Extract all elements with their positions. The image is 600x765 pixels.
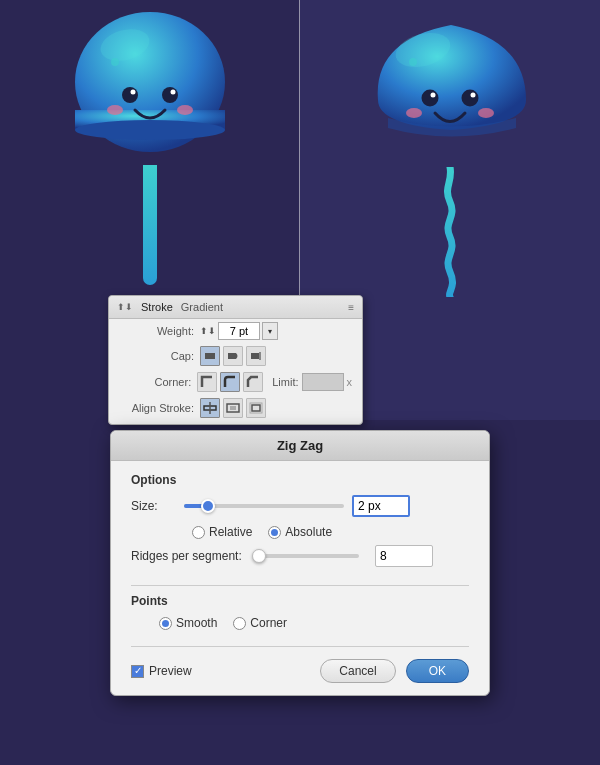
- relative-absolute-row: Relative Absolute: [184, 525, 469, 539]
- align-center-btn[interactable]: [200, 398, 220, 418]
- corner-label: Corner:: [119, 376, 191, 388]
- svg-point-18: [409, 58, 417, 66]
- corner-label: Corner: [250, 616, 287, 630]
- svg-rect-22: [259, 352, 261, 360]
- svg-point-16: [406, 108, 422, 118]
- checkbox-check-icon: ✓: [134, 666, 142, 676]
- smooth-radio-item[interactable]: Smooth: [159, 616, 217, 630]
- align-outside-btn[interactable]: [246, 398, 266, 418]
- svg-point-17: [478, 108, 494, 118]
- ridges-label: Ridges per segment:: [131, 549, 251, 563]
- cancel-button[interactable]: Cancel: [320, 659, 395, 683]
- svg-rect-19: [205, 353, 215, 359]
- svg-point-2: [75, 120, 225, 140]
- svg-point-7: [170, 90, 175, 95]
- align-label: Align Stroke:: [119, 402, 194, 414]
- size-row: Size:: [131, 495, 469, 517]
- svg-point-9: [177, 105, 193, 115]
- relative-radio[interactable]: [192, 526, 205, 539]
- preview-checkbox-item: ✓ Preview: [131, 664, 192, 678]
- absolute-radio[interactable]: [268, 526, 281, 539]
- svg-rect-26: [230, 406, 236, 410]
- relative-label: Relative: [209, 525, 252, 539]
- svg-point-4: [122, 87, 138, 103]
- cap-projecting-btn[interactable]: [246, 346, 266, 366]
- ridges-input[interactable]: [375, 545, 433, 567]
- svg-point-12: [421, 90, 438, 107]
- corner-round-btn[interactable]: [220, 372, 240, 392]
- svg-point-15: [470, 93, 475, 98]
- corner-radio-item[interactable]: Corner: [233, 616, 287, 630]
- svg-rect-20: [228, 353, 236, 359]
- limit-label: Limit:: [272, 376, 298, 388]
- points-radio-row: Smooth Corner: [151, 616, 469, 630]
- tentacle-left: [143, 165, 157, 285]
- weight-input-group: ⬆⬇ ▾: [200, 322, 278, 340]
- limit-x: x: [347, 376, 353, 388]
- points-section: Points Smooth Corner: [111, 586, 489, 642]
- ridges-row: Ridges per segment:: [131, 545, 469, 567]
- dialog-title: Zig Zag: [111, 431, 489, 461]
- dialog-footer: ✓ Preview Cancel OK: [111, 651, 489, 695]
- corner-radio[interactable]: [233, 617, 246, 630]
- stroke-panel: ⬆⬇ Stroke Gradient ≡ Weight: ⬆⬇ ▾ Cap:: [108, 295, 363, 425]
- options-section-label: Options: [131, 473, 469, 487]
- radio-group: Relative Absolute: [192, 525, 332, 539]
- zigzag-dialog: Zig Zag Options Size: Relative Absolute: [110, 430, 490, 696]
- svg-point-14: [430, 93, 435, 98]
- align-buttons: [200, 398, 266, 418]
- corner-bevel-btn[interactable]: [243, 372, 263, 392]
- svg-point-5: [162, 87, 178, 103]
- ok-button[interactable]: OK: [406, 659, 469, 683]
- stroke-panel-header: ⬆⬇ Stroke Gradient ≡: [109, 296, 362, 319]
- dialog-body: Options Size: Relative Absolute: [111, 461, 489, 585]
- weight-input[interactable]: [218, 322, 260, 340]
- jellyfish-body-left: [63, 10, 238, 170]
- stroke-corner-row: Corner: Limit: x: [109, 369, 362, 395]
- smooth-radio[interactable]: [159, 617, 172, 630]
- size-slider[interactable]: [184, 504, 344, 508]
- points-section-label: Points: [131, 594, 469, 608]
- absolute-label: Absolute: [285, 525, 332, 539]
- stroke-weight-row: Weight: ⬆⬇ ▾: [109, 319, 362, 343]
- svg-point-6: [130, 90, 135, 95]
- svg-point-13: [461, 90, 478, 107]
- preview-label: Preview: [149, 664, 192, 678]
- weight-dropdown[interactable]: ▾: [262, 322, 278, 340]
- size-input[interactable]: [352, 495, 410, 517]
- svg-point-10: [111, 58, 119, 66]
- jellyfish-right: [358, 10, 543, 297]
- stroke-align-row: Align Stroke:: [109, 395, 362, 424]
- cap-buttons: [200, 346, 266, 366]
- corner-buttons: Limit: x: [197, 372, 352, 392]
- smooth-label: Smooth: [176, 616, 217, 630]
- size-label: Size:: [131, 499, 176, 513]
- jellyfish-left: [63, 10, 238, 285]
- align-inside-btn[interactable]: [223, 398, 243, 418]
- cap-round-btn[interactable]: [223, 346, 243, 366]
- preview-checkbox[interactable]: ✓: [131, 665, 144, 678]
- svg-rect-27: [252, 405, 260, 411]
- svg-point-8: [107, 105, 123, 115]
- ridges-slider[interactable]: [259, 554, 359, 558]
- absolute-radio-item[interactable]: Absolute: [268, 525, 332, 539]
- cap-butt-btn[interactable]: [200, 346, 220, 366]
- stroke-cap-row: Cap:: [109, 343, 362, 369]
- cap-label: Cap:: [119, 350, 194, 362]
- corner-miter-btn[interactable]: [197, 372, 217, 392]
- jellyfish-body-right: [358, 10, 543, 175]
- tentacle-wavy: [435, 167, 465, 297]
- panel-menu-icon[interactable]: ≡: [348, 302, 354, 313]
- relative-radio-item[interactable]: Relative: [192, 525, 252, 539]
- points-radio-group: Smooth Corner: [159, 616, 287, 630]
- weight-label: Weight:: [119, 325, 194, 337]
- stroke-tab[interactable]: Stroke: [141, 301, 173, 313]
- gradient-tab[interactable]: Gradient: [181, 301, 223, 313]
- limit-input[interactable]: [302, 373, 344, 391]
